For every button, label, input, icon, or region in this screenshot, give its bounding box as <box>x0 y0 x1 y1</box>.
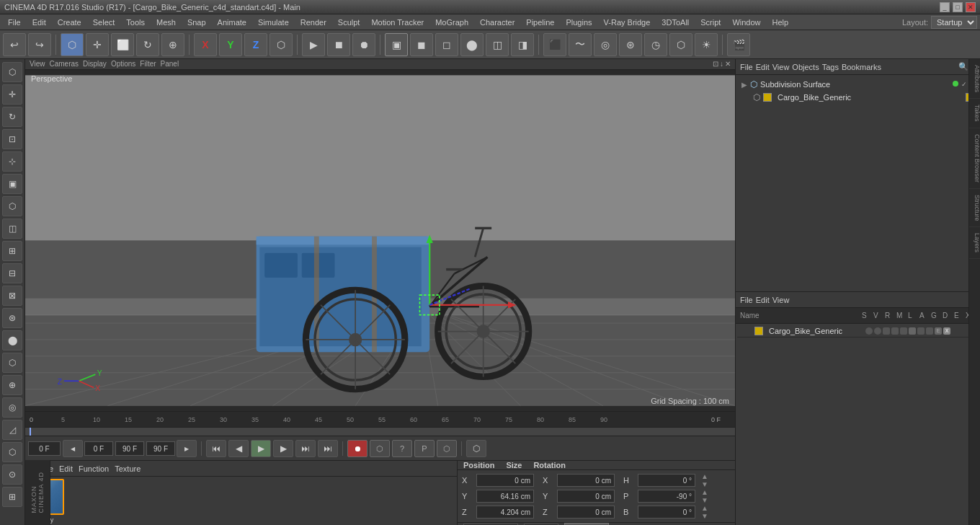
tab-structure[interactable]: Structure <box>969 189 980 228</box>
viewport[interactable]: Y X Z Perspective Grid Spacing : 100 cm <box>25 70 735 411</box>
tl-next-field-btn[interactable]: ▶ <box>177 440 197 457</box>
rot-p-arrow[interactable]: ▲▼ <box>701 488 708 504</box>
timeline-playhead[interactable] <box>30 428 31 436</box>
tab-attributes[interactable]: Attributes <box>969 59 980 99</box>
tl-keyframe-btn[interactable]: ⬡ <box>437 440 457 457</box>
point-mode-button[interactable]: ⬤ <box>460 33 484 56</box>
rot-b-arrow[interactable]: ▲▼ <box>701 504 708 520</box>
lft-snap-btn[interactable]: ⊹ <box>2 151 22 172</box>
menu-motion-tracker[interactable]: Motion Tracker <box>366 17 429 28</box>
lft-mirror-btn[interactable]: ⊕ <box>2 375 22 395</box>
menu-file[interactable]: File <box>3 17 26 28</box>
pos-z-field[interactable] <box>476 506 534 519</box>
tab-takes[interactable]: Takes <box>969 99 980 128</box>
viewport-expand-btn[interactable]: ⊡ <box>713 60 718 68</box>
lft-uv-btn[interactable]: ⬡ <box>2 442 22 462</box>
render-settings-button[interactable]: 🎬 <box>727 33 750 56</box>
size-z-field[interactable] <box>557 506 615 519</box>
light-button[interactable]: ☀ <box>695 33 718 56</box>
tl-autokey-btn[interactable]: ⏺ <box>347 440 368 457</box>
menu-create[interactable]: Create <box>53 17 86 28</box>
menu-window[interactable]: Window <box>727 17 765 28</box>
pos-x-field[interactable] <box>476 474 534 487</box>
size-x-field[interactable] <box>557 474 615 487</box>
attr-menu-file[interactable]: File <box>740 296 753 304</box>
lft-select-btn[interactable]: ⬡ <box>2 62 22 82</box>
layout-select[interactable]: Startup <box>931 16 977 29</box>
lft-bevel-btn[interactable]: ◫ <box>2 219 22 239</box>
transform-tool-button[interactable]: ⊕ <box>161 33 184 56</box>
obj-menu-edit[interactable]: Edit <box>756 63 770 71</box>
obj-menu-file[interactable]: File <box>740 63 753 71</box>
menu-character[interactable]: Character <box>475 17 520 28</box>
viewport-menu-filter[interactable]: Filter <box>140 60 156 68</box>
obj-menu-view[interactable]: View <box>772 63 790 71</box>
obj-search-icon[interactable]: 🔍 <box>958 62 968 71</box>
menu-mesh[interactable]: Mesh <box>151 17 181 28</box>
rotate-tool-button[interactable]: ↻ <box>136 33 159 56</box>
lft-smooth-btn[interactable]: ◎ <box>2 397 22 418</box>
obj-row-subdivision[interactable]: ▶ ⬡ Subdivision Surface ✓ ✓ <box>739 78 977 91</box>
end-frame-field[interactable] <box>115 441 144 456</box>
obj-menu-bookmarks[interactable]: Bookmarks <box>842 63 881 71</box>
tl-record-rot-btn[interactable]: ? <box>392 440 412 457</box>
lft-bridge-btn[interactable]: ⊟ <box>2 263 22 283</box>
record-button[interactable]: ⏹ <box>327 33 350 56</box>
attr-menu-edit[interactable]: Edit <box>756 296 770 304</box>
tl-goto-start-btn[interactable]: ⏮ <box>206 440 226 457</box>
viewport-down-btn[interactable]: ↓ <box>720 60 723 68</box>
menu-mograph[interactable]: MoGraph <box>430 17 473 28</box>
preview-end-field[interactable] <box>146 441 175 456</box>
cube-prim-button[interactable]: ⬛ <box>543 33 566 56</box>
lft-knife-btn[interactable]: ⬡ <box>2 196 22 216</box>
nurbs-button[interactable]: ◎ <box>594 33 617 56</box>
x-axis-button[interactable]: X <box>194 33 217 56</box>
start-frame-field[interactable] <box>84 441 113 456</box>
tl-prev-field-btn[interactable]: ◀ <box>63 440 83 457</box>
scale-tool-button[interactable]: ⬜ <box>111 33 134 56</box>
menu-render[interactable]: Render <box>295 17 331 28</box>
maximize-button[interactable]: □ <box>953 2 963 12</box>
rot-b-field[interactable] <box>638 506 695 519</box>
minimize-button[interactable]: _ <box>940 2 950 12</box>
model-mode-button[interactable]: ▣ <box>385 33 408 56</box>
tab-layers[interactable]: Layers <box>969 227 980 259</box>
viewport-menu-display[interactable]: Display <box>83 60 107 68</box>
lft-rotate-btn[interactable]: ↻ <box>2 107 22 127</box>
tl-record-scale-btn[interactable]: P <box>414 440 435 457</box>
rot-h-field[interactable] <box>638 474 695 487</box>
uv-mode-button[interactable]: ◫ <box>486 33 509 56</box>
record-active-button[interactable]: ⏺ <box>352 33 375 56</box>
lft-loop-cut-btn[interactable]: ⊠ <box>2 286 22 306</box>
environment-button[interactable]: ◷ <box>644 33 667 56</box>
menu-script[interactable]: Script <box>695 17 726 28</box>
viewport-menu-cameras[interactable]: Cameras <box>50 60 79 68</box>
move-tool-button[interactable]: ✛ <box>86 33 109 56</box>
lft-weight-btn[interactable]: ⊙ <box>2 464 22 485</box>
obj-row-bike[interactable]: ⬡ Cargo_Bike_Generic <box>739 91 977 104</box>
menu-vray[interactable]: V-Ray Bridge <box>599 17 656 28</box>
menu-pipeline[interactable]: Pipeline <box>521 17 559 28</box>
polygon-mode-button[interactable]: ◼ <box>410 33 433 56</box>
lft-polygon-btn[interactable]: ▣ <box>2 174 22 194</box>
timeline-scrubbar[interactable] <box>25 428 735 436</box>
redo-button[interactable]: ↪ <box>28 33 51 56</box>
coord-button[interactable]: ⬡ <box>270 33 293 56</box>
lft-texture-btn[interactable]: ◿ <box>2 420 22 440</box>
menu-edit[interactable]: Edit <box>27 17 51 28</box>
pos-y-field[interactable] <box>476 490 534 503</box>
viewport-menu-options[interactable]: Options <box>111 60 135 68</box>
current-frame-field[interactable] <box>28 441 61 456</box>
lft-stitch-btn[interactable]: ⊛ <box>2 308 22 328</box>
edge-mode-button[interactable]: ◻ <box>435 33 458 56</box>
tl-play-btn[interactable]: ▶ <box>251 440 271 457</box>
tl-next-frame-btn[interactable]: ▶ <box>273 440 293 457</box>
lft-move-btn[interactable]: ✛ <box>2 84 22 105</box>
menu-simulate[interactable]: Simulate <box>253 17 294 28</box>
lft-scale-btn[interactable]: ⊡ <box>2 129 22 149</box>
mat-menu-function[interactable]: Function <box>79 464 109 473</box>
size-y-field[interactable] <box>557 490 615 503</box>
camera-button[interactable]: ⬡ <box>669 33 692 56</box>
play-button[interactable]: ▶ <box>302 33 325 56</box>
attr-menu-view[interactable]: View <box>772 296 790 304</box>
